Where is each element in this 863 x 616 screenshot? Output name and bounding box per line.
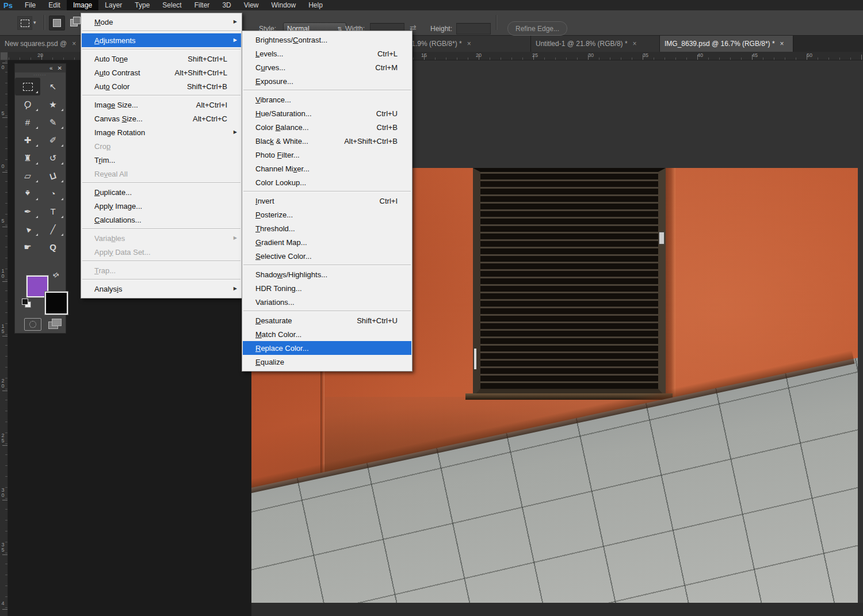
menu-item-color-lookup[interactable]: Color Lookup...: [243, 175, 411, 189]
menu-item-photo-filter[interactable]: Photo Filter...: [243, 148, 411, 162]
add-to-selection-button[interactable]: [66, 16, 81, 29]
menu-item-hdr-toning[interactable]: HDR Toning...: [243, 281, 411, 295]
menu-item-color-balance[interactable]: Color Balance...Ctrl+B: [243, 120, 411, 134]
menu-item-variations[interactable]: Variations...: [243, 295, 411, 309]
vertical-ruler[interactable]: 05051015202530354: [0, 60, 8, 616]
menu-item-image-rotation[interactable]: Image Rotation▶: [82, 125, 241, 139]
menu-item-shortcut: Alt+Shift+Ctrl+B: [344, 137, 398, 146]
menubar-item-help[interactable]: Help: [302, 0, 329, 10]
menu-item-exposure[interactable]: Exposure...: [243, 74, 411, 88]
menu-item-auto-color[interactable]: Auto ColorShift+Ctrl+B: [82, 79, 241, 93]
pen-tool[interactable]: ✒: [15, 202, 40, 220]
collapse-panel-icon[interactable]: «: [49, 66, 53, 71]
menubar-item-select[interactable]: Select: [156, 0, 188, 10]
spot-healing-brush-tool[interactable]: ✚: [15, 131, 40, 149]
tab-close-icon[interactable]: ×: [633, 40, 637, 48]
menu-item-shadows-highlights[interactable]: Shadows/Highlights...: [243, 267, 411, 281]
eraser-tool[interactable]: ▱: [15, 167, 40, 185]
menu-item-desaturate[interactable]: DesaturateShift+Ctrl+U: [243, 313, 411, 327]
menu-item-posterize[interactable]: Posterize...: [243, 208, 411, 221]
history-brush-tool[interactable]: ↺: [40, 149, 66, 167]
menu-item-adjustments[interactable]: Adjustments▶: [82, 33, 241, 47]
menu-item-label: Desaturate: [255, 316, 292, 325]
menu-item-image-size[interactable]: Image Size...Alt+Ctrl+I: [82, 98, 241, 112]
height-input[interactable]: [456, 23, 491, 35]
dodge-tool[interactable]: ◔: [40, 185, 66, 202]
path-selection-tool[interactable]: ▲: [15, 220, 40, 238]
tab-close-icon[interactable]: ×: [780, 40, 784, 48]
tab-close-icon[interactable]: ×: [467, 40, 471, 48]
menu-item-auto-tone[interactable]: Auto ToneShift+Ctrl+L: [82, 52, 241, 66]
type-tool[interactable]: T: [40, 202, 66, 220]
refine-edge-button[interactable]: Refine Edge...: [507, 21, 567, 36]
move-tool[interactable]: ↖: [40, 78, 66, 95]
crop-tool[interactable]: #: [15, 113, 40, 131]
default-colors-icon[interactable]: [22, 299, 31, 308]
new-selection-button[interactable]: [49, 16, 65, 30]
menu-item-label: Adjustments: [94, 36, 136, 45]
shutter-latch: [659, 232, 665, 244]
eyedropper-tool[interactable]: ✎: [40, 113, 66, 131]
line-tool[interactable]: ╱: [40, 220, 66, 238]
menu-item-brightness-contrast[interactable]: Brightness/Contrast...: [243, 33, 411, 47]
menu-item-selective-color[interactable]: Selective Color...: [243, 249, 411, 263]
background-color-swatch[interactable]: [45, 292, 68, 315]
menu-item-auto-contrast[interactable]: Auto ContrastAlt+Shift+Ctrl+L: [82, 66, 241, 79]
menu-item-duplicate[interactable]: Duplicate...: [82, 185, 241, 199]
menu-item-calculations[interactable]: Calculations...: [82, 213, 241, 227]
menu-item-match-color[interactable]: Match Color...: [243, 327, 411, 341]
menu-item-replace-color[interactable]: Replace Color...: [243, 341, 411, 355]
menubar-item-layer[interactable]: Layer: [98, 0, 128, 10]
menubar-item-view[interactable]: View: [238, 0, 265, 10]
menu-item-curves[interactable]: Curves...Ctrl+M: [243, 60, 411, 74]
menubar-item-filter[interactable]: Filter: [188, 0, 216, 10]
menu-item-label: Invert: [255, 197, 274, 205]
swap-colors-icon[interactable]: ⇆: [51, 270, 61, 280]
menu-item-equalize[interactable]: Equalize: [243, 355, 411, 369]
paint-bucket-tool-icon: ⊔: [48, 171, 58, 181]
rectangular-marquee-tool[interactable]: [15, 78, 40, 95]
menu-item-vibrance[interactable]: Vibrance...: [243, 93, 411, 106]
quick-mask-button[interactable]: [24, 318, 41, 331]
paint-bucket-tool[interactable]: ⊔: [40, 167, 66, 185]
submenu-arrow-icon: ▶: [234, 235, 237, 240]
menu-item-apply-image[interactable]: Apply Image...: [82, 199, 241, 213]
preset-caret-icon[interactable]: ▾: [33, 20, 36, 25]
menu-item-gradient-map[interactable]: Gradient Map...: [243, 235, 411, 249]
zoom-tool[interactable]: Q: [40, 238, 66, 256]
menubar-item-image[interactable]: Image: [67, 0, 98, 10]
ruler-origin-corner[interactable]: [0, 52, 8, 60]
menu-item-channel-mixer[interactable]: Channel Mixer...: [243, 162, 411, 175]
menu-item-canvas-size[interactable]: Canvas Size...Alt+Ctrl+C: [82, 112, 241, 125]
menu-item-threshold[interactable]: Threshold...: [243, 221, 411, 235]
close-panel-icon[interactable]: ✕: [58, 66, 62, 71]
menubar-item-edit[interactable]: Edit: [42, 0, 67, 10]
menu-item-hue-saturation[interactable]: Hue/Saturation...Ctrl+U: [243, 106, 411, 120]
menu-item-trim[interactable]: Trim...: [82, 153, 241, 167]
menubar-item-file[interactable]: File: [18, 0, 42, 10]
menu-item-mode[interactable]: Mode▶: [82, 15, 241, 29]
clone-stamp-tool[interactable]: ♜: [15, 149, 40, 167]
blur-tool[interactable]: ♠: [15, 185, 40, 202]
menubar: Ps FileEditImageLayerTypeSelectFilter3DV…: [0, 0, 863, 10]
tab-close-icon[interactable]: ×: [72, 40, 76, 48]
tool-preset-button[interactable]: [17, 16, 32, 30]
menu-item-label: Curves...: [255, 63, 285, 72]
menubar-item-type[interactable]: Type: [128, 0, 156, 10]
screen-mode-button[interactable]: [47, 318, 63, 330]
menubar-item-window[interactable]: Window: [265, 0, 303, 10]
panel-grip-icon[interactable]: ▪▪▪▪▪▪: [15, 72, 66, 78]
hand-tool[interactable]: ☛: [15, 238, 40, 256]
magic-wand-tool[interactable]: ★: [40, 95, 66, 113]
menu-item-invert[interactable]: InvertCtrl+I: [243, 194, 411, 208]
lasso-tool[interactable]: Ϙ: [15, 95, 40, 113]
menu-item-analysis[interactable]: Analysis▶: [82, 282, 241, 296]
ruler-number: 0: [1, 65, 5, 70]
menubar-item-3d[interactable]: 3D: [216, 0, 237, 10]
menu-item-label: Match Color...: [255, 330, 301, 339]
brush-tool[interactable]: ✐: [40, 131, 66, 149]
document-tab[interactable]: Untitled-1 @ 21.8% (RGB/8) *×: [531, 35, 660, 52]
document-tab-active[interactable]: IMG_8639.psd @ 16.7% (RGB/8*) *×: [660, 35, 793, 52]
menu-item-levels[interactable]: Levels...Ctrl+L: [243, 47, 411, 60]
menu-item-black-white[interactable]: Black & White...Alt+Shift+Ctrl+B: [243, 134, 411, 148]
